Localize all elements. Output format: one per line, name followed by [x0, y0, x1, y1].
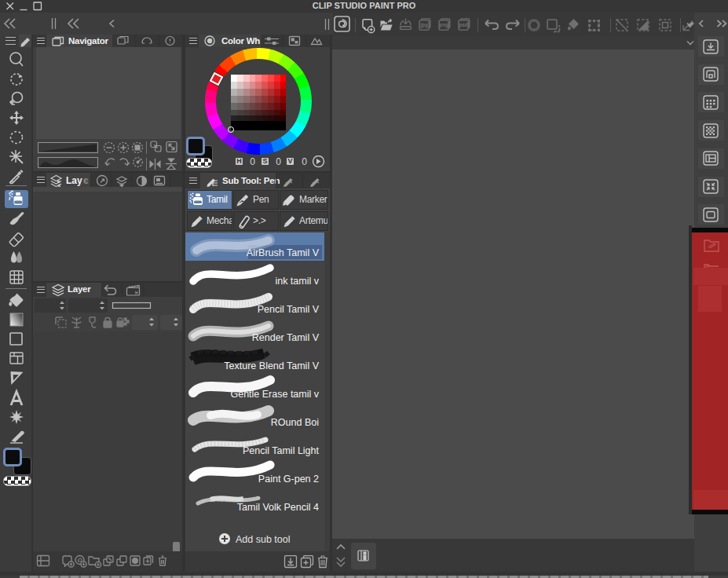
svg-text:psd: psd: [459, 22, 467, 28]
svg-text:0: 0: [302, 156, 307, 167]
svg-text:jpg: jpg: [419, 22, 428, 28]
svg-text:є: є: [83, 175, 89, 186]
svg-text:0: 0: [276, 156, 281, 167]
svg-text:Add sub tool: Add sub tool: [236, 534, 291, 545]
svg-text:Lay: Lay: [66, 175, 82, 186]
svg-text:H: H: [236, 157, 242, 165]
svg-text:0: 0: [250, 156, 255, 167]
svg-text:S: S: [262, 157, 267, 165]
svg-text:V: V: [287, 157, 292, 165]
svg-text:png: png: [439, 22, 448, 28]
